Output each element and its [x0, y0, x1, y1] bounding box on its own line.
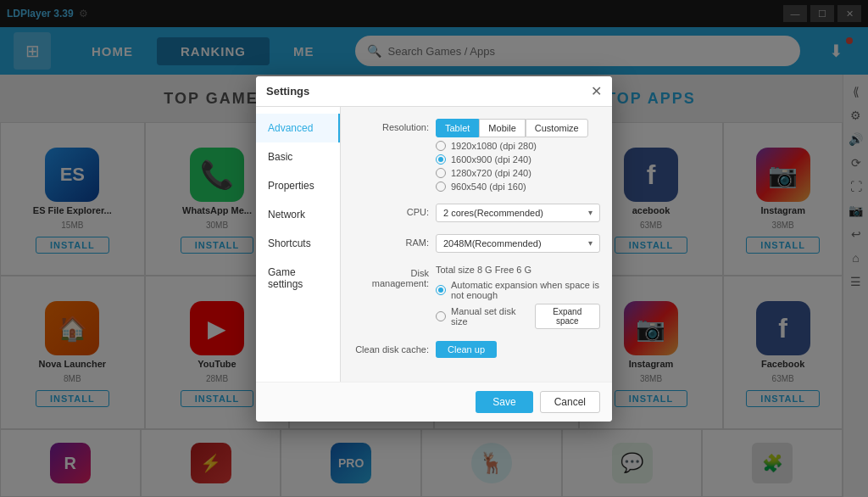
- resolution-row: Resolution: Tablet Mobile Customize 1920…: [353, 119, 600, 192]
- resolution-tab-mobile[interactable]: Mobile: [479, 119, 525, 137]
- clean-label: Clean disk cache:: [353, 341, 429, 355]
- dialog-title: Settings: [266, 85, 309, 98]
- resolution-radio-group: 1920x1080 (dpi 280) 1600x900 (dpi 240) 1…: [436, 141, 600, 192]
- resolution-option-3[interactable]: 960x540 (dpi 160): [436, 181, 600, 192]
- dialog-content: Resolution: Tablet Mobile Customize 1920…: [341, 107, 612, 382]
- resolution-option-1[interactable]: 1600x900 (dpi 240): [436, 154, 600, 165]
- nav-item-basic[interactable]: Basic: [256, 142, 340, 171]
- nav-item-advanced[interactable]: Advanced: [256, 114, 340, 142]
- resolution-tab-tablet[interactable]: Tablet: [436, 119, 479, 137]
- radio-circle: [436, 168, 446, 178]
- modal-overlay: Settings ✕ Advanced Basic Properties Net…: [0, 0, 868, 497]
- ram-row: RAM: 2048M(Recommended) ▾: [353, 234, 600, 253]
- settings-dialog: Settings ✕ Advanced Basic Properties Net…: [256, 76, 612, 422]
- auto-radio-circle: [436, 285, 446, 295]
- resolution-controls: Tablet Mobile Customize 1920x1080 (dpi 2…: [436, 119, 600, 192]
- dialog-titlebar: Settings ✕: [256, 76, 612, 107]
- disk-controls: Total size 8 G Free 6 G Automatic expans…: [436, 265, 600, 329]
- expand-space-button[interactable]: Expand space: [535, 304, 600, 329]
- nav-item-network[interactable]: Network: [256, 200, 340, 229]
- ram-label: RAM:: [353, 234, 429, 248]
- resolution-option-2[interactable]: 1280x720 (dpi 240): [436, 168, 600, 178]
- dialog-close-button[interactable]: ✕: [591, 83, 602, 99]
- dialog-footer: Save Cancel: [256, 382, 612, 422]
- auto-expand-option[interactable]: Automatic expansion when space is not en…: [436, 280, 600, 300]
- manual-radio-circle: [436, 311, 446, 321]
- chevron-down-icon: ▾: [588, 208, 593, 217]
- clean-row: Clean disk cache: Clean up: [353, 341, 600, 358]
- dialog-sidebar: Advanced Basic Properties Network Shortc…: [256, 107, 341, 382]
- radio-circle-selected: [436, 154, 446, 165]
- cleanup-button[interactable]: Clean up: [436, 341, 497, 358]
- nav-item-shortcuts[interactable]: Shortcuts: [256, 229, 340, 258]
- disk-label: Disk management:: [353, 265, 429, 288]
- ram-controls: 2048M(Recommended) ▾: [436, 234, 600, 253]
- cpu-dropdown[interactable]: 2 cores(Recommended) ▾: [436, 204, 600, 222]
- manual-size-option[interactable]: Manual set disk size Expand space: [436, 304, 600, 329]
- cpu-row: CPU: 2 cores(Recommended) ▾: [353, 204, 600, 222]
- chevron-down-icon: ▾: [588, 238, 593, 248]
- cpu-label: CPU:: [353, 204, 429, 217]
- ram-dropdown[interactable]: 2048M(Recommended) ▾: [436, 234, 600, 253]
- cpu-controls: 2 cores(Recommended) ▾: [436, 204, 600, 222]
- radio-circle: [436, 181, 446, 192]
- nav-item-properties[interactable]: Properties: [256, 171, 340, 200]
- radio-circle: [436, 141, 446, 151]
- save-button[interactable]: Save: [476, 391, 532, 413]
- resolution-option-0[interactable]: 1920x1080 (dpi 280): [436, 141, 600, 151]
- dialog-body: Advanced Basic Properties Network Shortc…: [256, 107, 612, 382]
- resolution-tab-group: Tablet Mobile Customize: [436, 119, 600, 137]
- resolution-tab-customize[interactable]: Customize: [526, 119, 588, 137]
- nav-item-game-settings[interactable]: Game settings: [256, 258, 340, 299]
- cancel-button[interactable]: Cancel: [540, 391, 600, 413]
- clean-controls: Clean up: [436, 341, 600, 358]
- resolution-label: Resolution:: [353, 119, 429, 132]
- disk-info: Total size 8 G Free 6 G: [436, 265, 600, 275]
- disk-row: Disk management: Total size 8 G Free 6 G…: [353, 265, 600, 329]
